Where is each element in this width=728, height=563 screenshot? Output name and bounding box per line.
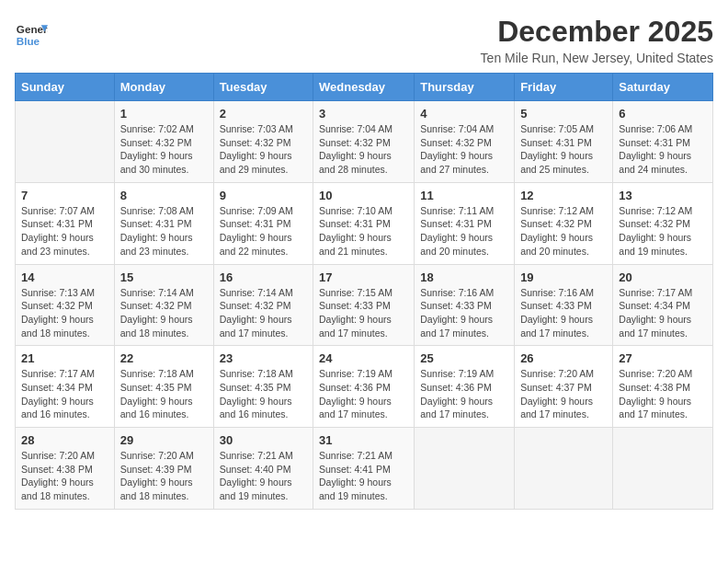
day-info: Sunrise: 7:20 AM Sunset: 4:38 PM Dayligh… (21, 449, 108, 503)
day-number: 18 (420, 270, 508, 284)
calendar-cell: 29Sunrise: 7:20 AM Sunset: 4:39 PM Dayli… (114, 428, 213, 510)
calendar-cell: 15Sunrise: 7:14 AM Sunset: 4:32 PM Dayli… (114, 264, 213, 346)
day-info: Sunrise: 7:16 AM Sunset: 4:33 PM Dayligh… (520, 286, 607, 340)
title-block: December 2025 Ten Mile Run, New Jersey, … (481, 15, 713, 65)
day-info: Sunrise: 7:11 AM Sunset: 4:31 PM Dayligh… (420, 204, 508, 259)
logo-icon: General Blue (15, 18, 48, 52)
day-number: 11 (420, 189, 508, 202)
calendar-cell: 17Sunrise: 7:15 AM Sunset: 4:33 PM Dayli… (313, 264, 415, 346)
day-info: Sunrise: 7:14 AM Sunset: 4:32 PM Dayligh… (120, 286, 208, 340)
calendar-cell: 24Sunrise: 7:19 AM Sunset: 4:36 PM Dayli… (313, 346, 415, 428)
calendar-cell: 14Sunrise: 7:13 AM Sunset: 4:32 PM Dayli… (16, 264, 115, 346)
day-info: Sunrise: 7:04 AM Sunset: 4:32 PM Dayligh… (420, 122, 508, 177)
calendar-subtitle: Ten Mile Run, New Jersey, United States (481, 51, 713, 65)
day-info: Sunrise: 7:19 AM Sunset: 4:36 PM Dayligh… (319, 367, 408, 421)
header-cell-saturday: Saturday (613, 74, 713, 101)
day-number: 17 (319, 270, 408, 284)
day-number: 3 (319, 107, 408, 121)
day-info: Sunrise: 7:21 AM Sunset: 4:41 PM Dayligh… (319, 449, 408, 503)
calendar-cell: 26Sunrise: 7:20 AM Sunset: 4:37 PM Dayli… (515, 346, 613, 428)
calendar-row: 7Sunrise: 7:07 AM Sunset: 4:31 PM Daylig… (16, 182, 713, 264)
day-number: 15 (120, 270, 208, 284)
day-number: 26 (520, 351, 607, 365)
calendar-cell: 30Sunrise: 7:21 AM Sunset: 4:40 PM Dayli… (213, 428, 313, 510)
day-number: 28 (21, 433, 108, 447)
day-number: 16 (220, 270, 307, 284)
day-info: Sunrise: 7:12 AM Sunset: 4:32 PM Dayligh… (619, 204, 707, 259)
day-number: 29 (120, 433, 208, 447)
calendar-cell: 13Sunrise: 7:12 AM Sunset: 4:32 PM Dayli… (613, 182, 713, 264)
day-number: 30 (220, 433, 307, 447)
day-info: Sunrise: 7:14 AM Sunset: 4:32 PM Dayligh… (220, 286, 307, 340)
day-number: 14 (21, 270, 108, 284)
calendar-header: SundayMondayTuesdayWednesdayThursdayFrid… (16, 74, 713, 101)
calendar-row: 21Sunrise: 7:17 AM Sunset: 4:34 PM Dayli… (16, 346, 713, 428)
day-info: Sunrise: 7:07 AM Sunset: 4:31 PM Dayligh… (21, 204, 108, 259)
header-row: SundayMondayTuesdayWednesdayThursdayFrid… (16, 74, 713, 101)
calendar-cell (16, 101, 115, 183)
day-info: Sunrise: 7:16 AM Sunset: 4:33 PM Dayligh… (420, 286, 508, 340)
day-info: Sunrise: 7:04 AM Sunset: 4:32 PM Dayligh… (319, 122, 408, 177)
calendar-cell (613, 428, 713, 510)
day-number: 19 (520, 270, 607, 284)
calendar-cell: 28Sunrise: 7:20 AM Sunset: 4:38 PM Dayli… (16, 428, 115, 510)
day-number: 6 (619, 107, 707, 121)
day-number: 20 (619, 270, 707, 284)
calendar-cell: 4Sunrise: 7:04 AM Sunset: 4:32 PM Daylig… (415, 101, 515, 183)
day-number: 21 (21, 351, 108, 365)
day-number: 27 (619, 351, 707, 365)
day-number: 5 (520, 107, 607, 121)
day-number: 1 (120, 107, 208, 121)
calendar-cell: 22Sunrise: 7:18 AM Sunset: 4:35 PM Dayli… (114, 346, 213, 428)
page-header: General Blue December 2025 Ten Mile Run,… (15, 15, 713, 65)
day-number: 22 (120, 351, 208, 365)
calendar-cell: 8Sunrise: 7:08 AM Sunset: 4:31 PM Daylig… (114, 182, 213, 264)
day-number: 2 (220, 107, 307, 121)
day-info: Sunrise: 7:09 AM Sunset: 4:31 PM Dayligh… (220, 204, 307, 259)
header-cell-tuesday: Tuesday (213, 74, 313, 101)
calendar-title: December 2025 (481, 15, 713, 49)
day-info: Sunrise: 7:15 AM Sunset: 4:33 PM Dayligh… (319, 286, 408, 340)
calendar-cell: 7Sunrise: 7:07 AM Sunset: 4:31 PM Daylig… (16, 182, 115, 264)
day-info: Sunrise: 7:13 AM Sunset: 4:32 PM Dayligh… (21, 286, 108, 340)
header-cell-thursday: Thursday (415, 74, 515, 101)
calendar-cell: 9Sunrise: 7:09 AM Sunset: 4:31 PM Daylig… (213, 182, 313, 264)
day-info: Sunrise: 7:18 AM Sunset: 4:35 PM Dayligh… (220, 367, 307, 421)
day-number: 13 (619, 189, 707, 202)
day-info: Sunrise: 7:17 AM Sunset: 4:34 PM Dayligh… (21, 367, 108, 421)
header-cell-monday: Monday (114, 74, 213, 101)
day-number: 24 (319, 351, 408, 365)
calendar-cell: 3Sunrise: 7:04 AM Sunset: 4:32 PM Daylig… (313, 101, 415, 183)
day-info: Sunrise: 7:18 AM Sunset: 4:35 PM Dayligh… (120, 367, 208, 421)
day-info: Sunrise: 7:10 AM Sunset: 4:31 PM Dayligh… (319, 204, 408, 259)
calendar-cell: 27Sunrise: 7:20 AM Sunset: 4:38 PM Dayli… (613, 346, 713, 428)
calendar-cell: 25Sunrise: 7:19 AM Sunset: 4:36 PM Dayli… (415, 346, 515, 428)
calendar-cell: 16Sunrise: 7:14 AM Sunset: 4:32 PM Dayli… (213, 264, 313, 346)
day-info: Sunrise: 7:03 AM Sunset: 4:32 PM Dayligh… (220, 122, 307, 177)
day-number: 25 (420, 351, 508, 365)
calendar-cell: 31Sunrise: 7:21 AM Sunset: 4:41 PM Dayli… (313, 428, 415, 510)
day-number: 31 (319, 433, 408, 447)
day-info: Sunrise: 7:21 AM Sunset: 4:40 PM Dayligh… (220, 449, 307, 503)
header-cell-friday: Friday (515, 74, 613, 101)
calendar-cell (415, 428, 515, 510)
calendar-cell: 19Sunrise: 7:16 AM Sunset: 4:33 PM Dayli… (515, 264, 613, 346)
calendar-cell: 2Sunrise: 7:03 AM Sunset: 4:32 PM Daylig… (213, 101, 313, 183)
day-info: Sunrise: 7:17 AM Sunset: 4:34 PM Dayligh… (619, 286, 707, 340)
day-number: 7 (21, 189, 108, 202)
calendar-row: 28Sunrise: 7:20 AM Sunset: 4:38 PM Dayli… (16, 428, 713, 510)
header-cell-sunday: Sunday (16, 74, 115, 101)
day-info: Sunrise: 7:05 AM Sunset: 4:31 PM Dayligh… (520, 122, 607, 177)
svg-text:Blue: Blue (17, 35, 40, 47)
day-number: 4 (420, 107, 508, 121)
day-info: Sunrise: 7:20 AM Sunset: 4:38 PM Dayligh… (619, 367, 707, 421)
calendar-cell: 10Sunrise: 7:10 AM Sunset: 4:31 PM Dayli… (313, 182, 415, 264)
day-info: Sunrise: 7:20 AM Sunset: 4:37 PM Dayligh… (520, 367, 607, 421)
day-info: Sunrise: 7:06 AM Sunset: 4:31 PM Dayligh… (619, 122, 707, 177)
calendar-body: 1Sunrise: 7:02 AM Sunset: 4:32 PM Daylig… (16, 101, 713, 510)
calendar-row: 1Sunrise: 7:02 AM Sunset: 4:32 PM Daylig… (16, 101, 713, 183)
calendar-table: SundayMondayTuesdayWednesdayThursdayFrid… (15, 73, 713, 510)
calendar-cell: 1Sunrise: 7:02 AM Sunset: 4:32 PM Daylig… (114, 101, 213, 183)
calendar-cell: 11Sunrise: 7:11 AM Sunset: 4:31 PM Dayli… (415, 182, 515, 264)
day-number: 23 (220, 351, 307, 365)
